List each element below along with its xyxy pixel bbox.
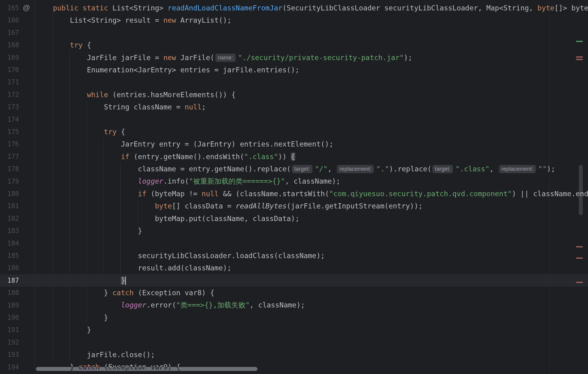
code-line-175[interactable]: try { [0, 126, 588, 138]
code-token: null [185, 103, 202, 111]
line-number-172[interactable]: 172 [0, 89, 19, 101]
code-line-193[interactable]: jarFile.close(); [0, 349, 588, 361]
code-line-166[interactable]: List<String> result = new ArrayList(); [0, 14, 588, 26]
code-line-174[interactable] [0, 113, 588, 126]
code-line-171[interactable] [0, 76, 588, 88]
code-line-170[interactable]: Enumeration<JarEntry> entries = jarFile.… [0, 64, 588, 76]
indent [36, 91, 87, 99]
code-line-189[interactable]: logger.error("类===>{},加载失败", className); [0, 299, 588, 311]
line-number-184[interactable]: 184 [0, 237, 19, 250]
code-line-184[interactable] [0, 237, 588, 249]
inlay-hint[interactable]: target: [292, 165, 312, 173]
code-token: JarFile jarFile = [87, 54, 163, 62]
line-number-169[interactable]: 169 [0, 52, 19, 64]
code-token: if [138, 190, 146, 198]
code-line-180[interactable]: if (byteMap != null && (className.starts… [0, 188, 588, 200]
line-number-187[interactable]: 187 [0, 274, 19, 287]
code-line-185[interactable]: securityLibClassLoader.loadClass(classNa… [0, 250, 588, 262]
code-token [78, 4, 83, 12]
horizontal-scrollbar-thumb[interactable] [36, 367, 257, 371]
code-line-187[interactable]: } [0, 274, 588, 287]
code-token: { [83, 41, 91, 49]
line-number-176[interactable]: 176 [0, 138, 19, 150]
code-token: logger [121, 301, 146, 309]
code-token: if [121, 153, 130, 161]
code-token: , [327, 165, 336, 173]
code-line-168[interactable]: try { [0, 39, 588, 51]
code-token: readAndLoadClassNameFromJar [168, 4, 282, 12]
indent [36, 165, 138, 173]
line-number-185[interactable]: 185 [0, 250, 19, 262]
code-line-173[interactable]: String className = null; [0, 101, 588, 113]
line-number-170[interactable]: 170 [0, 64, 19, 76]
code-line-179[interactable]: logger.info("被重新加载的类======>{}", classNam… [0, 175, 588, 187]
code-token: && (className.startsWith( [219, 190, 329, 198]
line-number-189[interactable]: 189 [0, 299, 19, 311]
line-number-175[interactable]: 175 [0, 126, 19, 138]
code-line-182[interactable]: byteMap.put(className, classData); [0, 212, 588, 225]
code-token: readAllBytes [236, 202, 287, 210]
line-number-181[interactable]: 181 [0, 200, 19, 212]
code-line-172[interactable]: while (entries.hasMoreElements()) { [0, 89, 588, 101]
code-editor[interactable]: public static List<String> readAndLoadCl… [0, 0, 588, 374]
stripe-mark-rose [576, 258, 583, 259]
line-number-165[interactable]: 165 [0, 2, 19, 14]
line-number-192[interactable]: 192 [0, 336, 19, 349]
code-line-192[interactable] [0, 336, 588, 349]
line-number-166[interactable]: 166 [0, 14, 19, 26]
code-line-176[interactable]: JarEntry entry = (JarEntry) entries.next… [0, 138, 588, 150]
code-token: new [163, 16, 176, 24]
indent [36, 326, 87, 334]
code-token: result.add(className); [138, 264, 231, 272]
line-number-179[interactable]: 179 [0, 175, 19, 188]
line-number-178[interactable]: 178 [0, 163, 19, 175]
indent [36, 16, 70, 24]
annotation-at-icon[interactable]: @ [20, 2, 33, 14]
code-token: } [104, 314, 108, 322]
inlay-hint[interactable]: replacement: [337, 165, 374, 173]
line-number-190[interactable]: 190 [0, 311, 19, 324]
inlay-hint[interactable]: target: [432, 165, 453, 173]
code-line-181[interactable]: byte[] classData = readAllBytes(jarFile.… [0, 200, 588, 212]
line-number-193[interactable]: 193 [0, 349, 19, 361]
indent [36, 252, 138, 260]
code-line-165[interactable]: public static List<String> readAndLoadCl… [0, 2, 588, 14]
line-number-173[interactable]: 173 [0, 101, 19, 113]
code-token: , [489, 165, 498, 173]
line-number-167[interactable]: 167 [0, 27, 19, 39]
code-line-167[interactable] [0, 27, 588, 39]
line-number-191[interactable]: 191 [0, 324, 19, 336]
inlay-hint[interactable]: replacement: [499, 165, 536, 173]
line-number-171[interactable]: 171 [0, 76, 19, 88]
indent [36, 314, 104, 322]
code-token: ) || className.end [512, 190, 588, 198]
code-line-183[interactable]: } [0, 225, 588, 237]
indent [36, 41, 70, 49]
code-token: [] classData = [172, 202, 236, 210]
line-number-168[interactable]: 168 [0, 39, 19, 51]
code-line-178[interactable]: className = entry.getName().replace(targ… [0, 163, 588, 175]
code-token: } [121, 277, 125, 284]
line-number-174[interactable]: 174 [0, 113, 19, 126]
line-number-194[interactable]: 194 [0, 361, 19, 373]
code-token: ); [547, 165, 555, 173]
code-line-177[interactable]: if (entry.getName().endsWith(".class")) … [0, 151, 588, 163]
line-number-186[interactable]: 186 [0, 262, 19, 274]
code-area[interactable]: public static List<String> readAndLoadCl… [0, 2, 588, 373]
line-number-180[interactable]: 180 [0, 188, 19, 200]
vertical-scrollbar-thumb[interactable] [579, 165, 583, 215]
line-number-183[interactable]: 183 [0, 225, 19, 237]
code-token: (entries.hasMoreElements()) { [108, 91, 235, 99]
line-number-188[interactable]: 188 [0, 287, 19, 299]
code-token: .info( [163, 177, 189, 185]
code-line-191[interactable]: } [0, 324, 588, 336]
inlay-hint[interactable]: name: [215, 54, 236, 62]
code-line-169[interactable]: JarFile jarFile = new JarFile(name:"./se… [0, 52, 588, 64]
line-number-177[interactable]: 177 [0, 151, 19, 163]
code-line-188[interactable]: } catch (Exception var8) { [0, 287, 588, 299]
code-line-190[interactable]: } [0, 311, 588, 324]
code-token: JarEntry entry = (JarEntry) entries.next… [121, 140, 333, 148]
code-line-186[interactable]: result.add(className); [0, 262, 588, 274]
line-number-182[interactable]: 182 [0, 212, 19, 225]
indent [36, 153, 121, 161]
